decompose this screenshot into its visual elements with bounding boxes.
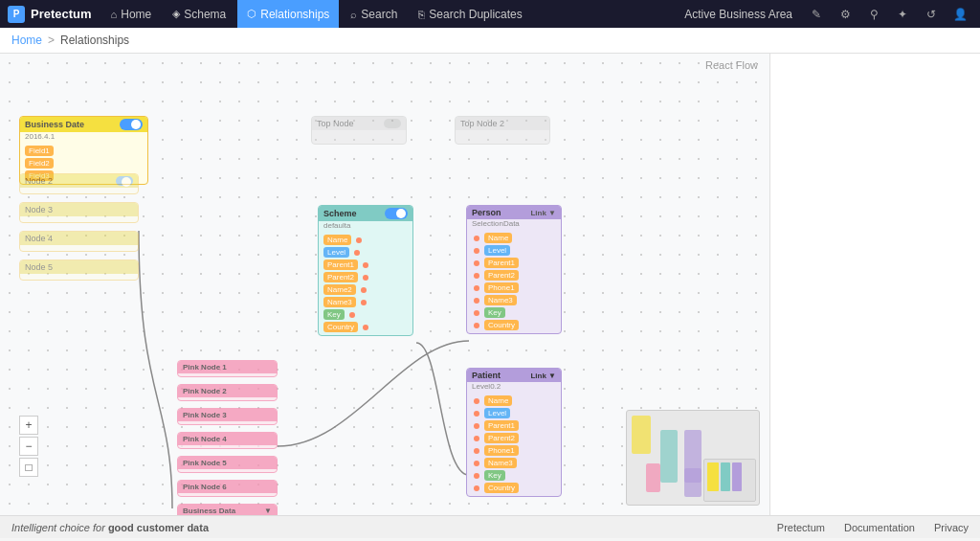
zoom-out-btn[interactable]: −: [19, 437, 38, 456]
edit-icon-btn[interactable]: ✎: [804, 2, 829, 27]
zoom-in-btn[interactable]: +: [19, 416, 38, 435]
app-name: Pretectum: [31, 7, 92, 21]
node-business-data[interactable]: Business Data ▼ condition - 1.4: [177, 504, 278, 515]
zoom-controls: + − □: [19, 416, 38, 477]
nav-home-label: Home: [121, 8, 151, 21]
node-business-date-toggle[interactable]: [120, 119, 143, 130]
active-area-label: Active Business Area: [684, 8, 792, 21]
node-field: Field1: [20, 145, 147, 157]
footer-documentation[interactable]: Documentation: [844, 522, 915, 533]
footer-tagline-bold: good customer data: [108, 522, 209, 533]
node-scheme[interactable]: Scheme defaulta Name Level Parent1 Paren…: [318, 205, 413, 336]
minimap-block-pink: [646, 463, 660, 492]
nav-relationships-label: Relationships: [260, 8, 329, 21]
node-left-4-title: Node 4: [25, 234, 53, 243]
node-pink-1[interactable]: Pink Node 1: [177, 360, 278, 377]
node-top-center-1[interactable]: Top Node: [311, 116, 407, 145]
node-person[interactable]: Person Link ▼ SelectionData Name Level P…: [466, 205, 562, 334]
node-scheme-subtitle: defaulta: [319, 221, 412, 232]
node-patient[interactable]: Patient Link ▼ Level0.2 Name Level Paren…: [466, 368, 562, 497]
nav-schema[interactable]: ◈ Schema: [163, 0, 235, 28]
nav-search[interactable]: ⌕ Search: [341, 0, 407, 28]
nav-search-label: Search: [361, 8, 397, 21]
node-scheme-header: Scheme: [319, 206, 412, 221]
node-top-center-2[interactable]: Top Node 2: [455, 116, 550, 145]
footer: Intelligent choice for good customer dat…: [0, 515, 980, 538]
logo-icon: P: [8, 6, 25, 23]
node-left-2-title: Node 2: [25, 176, 53, 186]
minimap-block-teal: [660, 430, 678, 483]
breadcrumb-current: Relationships: [60, 34, 129, 47]
refresh-icon-btn[interactable]: ↺: [919, 2, 944, 27]
nav-relationships[interactable]: ⬡ Relationships: [237, 0, 339, 28]
node-left-3[interactable]: Node 3: [19, 202, 139, 223]
node-business-data-title: Business Data: [183, 507, 235, 515]
minimap-thumbnail: [703, 459, 756, 502]
footer-right: Pretectum Documentation Privacy: [777, 522, 969, 533]
node-pink-6[interactable]: Pink Node 6: [177, 480, 278, 497]
nav-home[interactable]: ⌂ Home: [101, 0, 162, 28]
node-business-data-header: Business Data ▼: [178, 505, 277, 515]
node-pink-2[interactable]: Pink Node 2: [177, 384, 278, 401]
home-icon: ⌂: [111, 9, 118, 20]
minimap-block-yellow: [632, 416, 651, 454]
zoom-fit-btn[interactable]: □: [19, 458, 38, 477]
pin-icon-btn[interactable]: ✦: [890, 2, 915, 27]
app-logo[interactable]: P Pretectum: [8, 6, 92, 23]
top-navigation: P Pretectum ⌂ Home ◈ Schema ⬡ Relationsh…: [0, 0, 980, 28]
node-patient-title: Patient: [472, 371, 501, 380]
nav-search-dup-label: Search Duplicates: [429, 8, 522, 21]
schema-icon: ◈: [172, 8, 180, 20]
footer-brand[interactable]: Pretectum: [777, 522, 825, 533]
node-left-4[interactable]: Node 4: [19, 231, 139, 252]
react-flow-label: React Flow: [705, 59, 758, 71]
node-person-link: Link ▼: [530, 209, 556, 217]
search-dup-icon: ⎘: [418, 9, 425, 20]
node-left-2-toggle[interactable]: [116, 176, 133, 186]
node-person-title: Person: [472, 208, 501, 217]
node-left-3-title: Node 3: [25, 205, 53, 214]
node-person-fields: Name Level Parent1 Parent2 Phone1 Name3 …: [467, 230, 561, 333]
node-scheme-title: Scheme: [323, 209, 357, 218]
minimap: [626, 410, 760, 506]
node-person-header: Person Link ▼: [467, 206, 561, 219]
node-business-date-subtitle: 2016.4.1: [20, 132, 147, 143]
node-pink-4[interactable]: Pink Node 4: [177, 432, 278, 449]
node-left-5-title: Node 5: [25, 262, 53, 272]
minimap-inner: [627, 411, 759, 505]
settings-icon-btn[interactable]: ⚙: [833, 2, 858, 27]
main-content: React Flow Business Date 2016.4.1 Field1…: [0, 54, 980, 515]
nav-right-area: Active Business Area ✎ ⚙ ⚲ ✦ ↺ 👤: [684, 2, 972, 27]
relationships-icon: ⬡: [247, 8, 256, 20]
node-scheme-toggle[interactable]: [385, 208, 408, 219]
footer-tagline: Intelligent choice for good customer dat…: [11, 522, 209, 533]
user-icon-btn[interactable]: 👤: [947, 2, 972, 27]
breadcrumb-home[interactable]: Home: [11, 34, 42, 47]
node-pink-3[interactable]: Pink Node 3: [177, 408, 278, 425]
right-panel: [769, 54, 980, 515]
node-business-date-title: Business Date: [25, 120, 84, 129]
nav-schema-label: Schema: [184, 8, 226, 21]
node-patient-header: Patient Link ▼: [467, 369, 561, 382]
footer-privacy[interactable]: Privacy: [934, 522, 969, 533]
node-patient-subtitle: Level0.2: [467, 382, 561, 393]
node-patient-fields: Name Level Parent1 Parent2 Phone1 Name3 …: [467, 393, 561, 496]
zoom-icon-btn[interactable]: ⚲: [861, 2, 886, 27]
node-left-5[interactable]: Node 5: [19, 259, 139, 281]
node-person-subtitle: SelectionData: [467, 219, 561, 230]
breadcrumb: Home > Relationships: [0, 28, 980, 54]
node-scheme-fields: Name Level Parent1 Parent2 Name2 Name3 K…: [319, 232, 412, 335]
flow-canvas[interactable]: React Flow Business Date 2016.4.1 Field1…: [0, 54, 769, 515]
footer-tagline-italic: Intelligent choice for: [11, 522, 108, 533]
node-pink-5[interactable]: Pink Node 5: [177, 456, 278, 473]
node-left-2[interactable]: Node 2: [19, 173, 139, 194]
minimap-block-purple2: [684, 468, 702, 497]
node-field: Field2: [20, 157, 147, 169]
node-business-date-header: Business Date: [20, 117, 147, 132]
breadcrumb-separator: >: [48, 34, 55, 47]
nav-search-duplicates[interactable]: ⎘ Search Duplicates: [409, 0, 531, 28]
search-nav-icon: ⌕: [350, 9, 357, 20]
